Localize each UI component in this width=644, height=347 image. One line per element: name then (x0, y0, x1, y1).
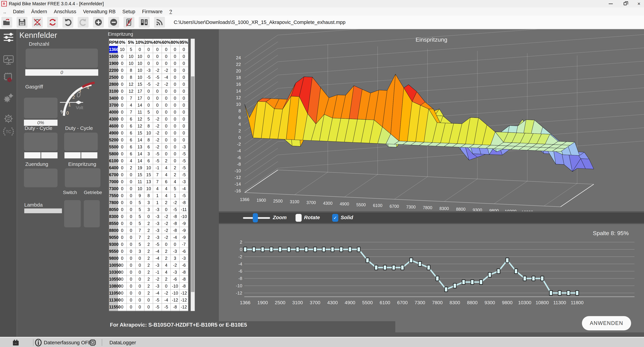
map-value-cell[interactable]: 8 (126, 74, 136, 81)
map-value-cell[interactable]: 0 (118, 220, 126, 227)
map-value-cell[interactable]: -5 (162, 310, 171, 311)
map-value-cell[interactable]: -4 (162, 74, 171, 81)
rpm-cell[interactable]: 11050 (109, 290, 118, 296)
map-value-cell[interactable]: -3 (153, 234, 162, 241)
rpm-cell[interactable]: 8550 (109, 220, 118, 227)
map-value-cell[interactable]: 12 (136, 123, 144, 130)
open-file-button[interactable] (1, 17, 12, 28)
map-value-cell[interactable]: -3 (180, 178, 188, 185)
map-value-cell[interactable]: 0 (180, 67, 188, 74)
map-value-cell[interactable]: 6 (126, 116, 136, 123)
rpm-cell[interactable]: 8300 (109, 213, 118, 220)
map-value-cell[interactable]: -2 (153, 81, 162, 88)
map-value-cell[interactable]: 0 (118, 157, 126, 164)
map-value-cell[interactable]: 2 (162, 276, 171, 283)
map-value-cell[interactable]: -8 (180, 199, 188, 206)
map-value-cell[interactable]: 0 (126, 276, 136, 283)
map-value-cell[interactable]: 2 (144, 269, 153, 276)
map-value-cell[interactable]: -5 (153, 310, 162, 311)
map-value-cell[interactable]: 0 (180, 88, 188, 95)
rpm-cell[interactable]: 8050 (109, 206, 118, 213)
map-value-cell[interactable]: 0 (162, 46, 171, 53)
rpm-cell[interactable]: 5200 (109, 137, 118, 143)
rpm-cell[interactable]: 6700 (109, 171, 118, 178)
map-value-cell[interactable]: 0 (118, 95, 126, 102)
map-value-cell[interactable]: 0 (162, 241, 171, 248)
rpm-cell[interactable]: 11800 (109, 310, 118, 311)
minimize-button[interactable] (606, 0, 616, 8)
map-value-cell[interactable]: 8 (144, 123, 153, 130)
map-value-cell[interactable]: 10 (136, 74, 144, 81)
map-value-cell[interactable]: 4 (126, 157, 136, 164)
map-value-cell[interactable]: -6 (180, 262, 188, 269)
map-value-cell[interactable]: 0 (126, 220, 136, 227)
map-value-cell[interactable]: 0 (126, 262, 136, 269)
map-value-cell[interactable]: 5 (144, 109, 153, 116)
map-value-cell[interactable]: 0 (136, 310, 144, 311)
map-value-cell[interactable]: 0 (171, 53, 180, 60)
map-value-cell[interactable]: 0 (136, 296, 144, 303)
map-value-cell[interactable]: -2 (162, 290, 171, 296)
column-header-95pct[interactable]: 95% (180, 39, 188, 46)
map-value-cell[interactable]: 7 (126, 95, 136, 102)
map-value-cell[interactable]: 1 (153, 192, 162, 199)
map-value-cell[interactable]: 2 (171, 164, 180, 171)
map-value-cell[interactable]: -8 (171, 227, 180, 234)
map-value-cell[interactable]: 0 (180, 95, 188, 102)
map-value-cell[interactable]: 0 (118, 116, 126, 123)
map-value-cell[interactable]: 4 (162, 164, 171, 171)
map-value-cell[interactable]: 0 (118, 81, 126, 88)
map-value-cell[interactable]: 0 (180, 123, 188, 130)
map-value-cell[interactable]: -10 (180, 213, 188, 220)
map-value-cell[interactable]: -12 (171, 296, 180, 303)
map-value-cell[interactable]: -12 (180, 310, 188, 311)
map-value-cell[interactable]: 10 (126, 53, 136, 60)
map-value-cell[interactable]: 2 (162, 248, 171, 255)
map-value-cell[interactable]: 4 (153, 185, 162, 192)
map-value-cell[interactable]: 0 (126, 171, 136, 178)
map-value-cell[interactable]: -12 (180, 303, 188, 310)
map-value-cell[interactable]: 8 (144, 192, 153, 199)
menu-item-anschluss[interactable]: Anschluss (54, 9, 76, 15)
map-value-cell[interactable]: 15 (144, 171, 153, 178)
rpm-cell[interactable]: 3700 (109, 102, 118, 109)
map-value-cell[interactable]: 7 (136, 227, 144, 234)
rpm-cell[interactable]: 1366 (109, 46, 118, 53)
close-button[interactable]: × (634, 0, 644, 8)
map-value-cell[interactable]: -2 (153, 143, 162, 150)
rpm-cell[interactable]: 3400 (109, 95, 118, 102)
map-value-cell[interactable]: 6 (126, 143, 136, 150)
map-value-cell[interactable]: 10 (144, 130, 153, 137)
map-value-cell[interactable]: 3 (144, 150, 153, 157)
map-value-cell[interactable]: 0 (171, 123, 180, 130)
table-scrollbar-thumb[interactable] (191, 76, 194, 292)
map-value-cell[interactable]: -2 (153, 67, 162, 74)
feed-button[interactable] (154, 17, 165, 28)
map-value-cell[interactable]: 0 (171, 116, 180, 123)
map-value-cell[interactable]: 0 (171, 67, 180, 74)
map-value-cell[interactable]: 6 (126, 150, 136, 157)
map-value-cell[interactable]: 0 (126, 178, 136, 185)
map-value-cell[interactable]: 10 (144, 185, 153, 192)
map-value-cell[interactable]: -2 (171, 262, 180, 269)
sidebar-item-monitor[interactable] (3, 54, 14, 66)
map-value-cell[interactable]: 1 (153, 199, 162, 206)
map-value-cell[interactable]: 0 (136, 269, 144, 276)
map-value-cell[interactable]: 0 (118, 248, 126, 255)
map-value-cell[interactable]: 7 (126, 109, 136, 116)
map-value-cell[interactable]: -5 (153, 157, 162, 164)
map-value-cell[interactable]: 0 (171, 143, 180, 150)
map-value-cell[interactable]: 0 (118, 192, 126, 199)
map-value-cell[interactable]: 5 (136, 199, 144, 206)
menu-item--[interactable]: .. (4, 9, 6, 15)
map-value-cell[interactable]: 0 (153, 109, 162, 116)
map-value-cell[interactable]: 0 (126, 255, 136, 262)
map-value-cell[interactable]: 0 (126, 283, 136, 290)
map-value-cell[interactable]: -5 (180, 171, 188, 178)
map-value-cell[interactable]: 0 (162, 137, 171, 143)
map-value-cell[interactable]: 0 (118, 171, 126, 178)
map-value-cell[interactable]: -8 (171, 220, 180, 227)
rpm-cell[interactable]: 6400 (109, 164, 118, 171)
map-value-cell[interactable]: 0 (180, 102, 188, 109)
map-value-cell[interactable]: 0 (171, 150, 180, 157)
